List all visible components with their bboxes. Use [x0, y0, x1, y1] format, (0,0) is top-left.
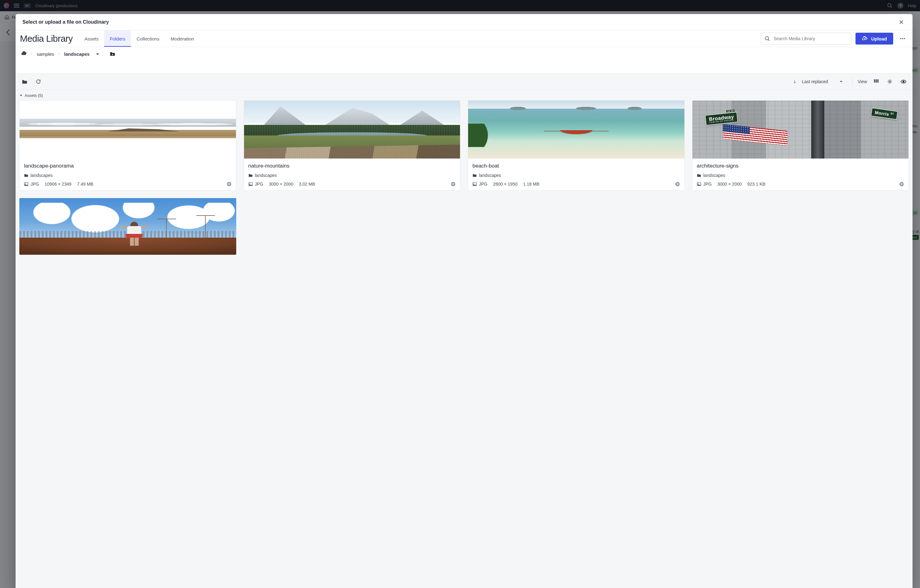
view-controls: View: [852, 77, 908, 86]
tab-collections[interactable]: Collections: [131, 31, 165, 47]
tab-moderation[interactable]: Moderation: [165, 31, 200, 47]
close-icon: [899, 19, 904, 25]
globe-icon: [675, 182, 680, 187]
modal-title: Select or upload a file on Cloudinary: [23, 19, 109, 25]
svg-point-27: [698, 183, 698, 184]
more-menu-button[interactable]: [897, 33, 908, 44]
eye-icon: [901, 79, 907, 84]
asset-meta: JPG 10906 × 2349 7.49 MB: [24, 182, 232, 187]
asset-thumbnail: [468, 100, 684, 158]
sort-control[interactable]: Last replaced: [792, 78, 845, 85]
folder-icon: [697, 173, 701, 177]
asset-meta: JPG 3000 × 2000 923.1 KB: [697, 182, 904, 187]
view-label: View: [858, 79, 867, 84]
image-icon: [24, 182, 28, 186]
globe-icon: [899, 182, 904, 187]
image-icon: [473, 182, 477, 186]
assets-section-header[interactable]: Assets (5): [18, 90, 910, 100]
new-folder-button[interactable]: [110, 52, 115, 57]
asset-name: architecture-signs: [697, 163, 904, 169]
asset-name: nature-mountains: [248, 163, 456, 169]
svg-point-6: [904, 38, 905, 39]
asset-thumbnail: [19, 198, 236, 255]
asset-card-beach-boat[interactable]: beach-boat landscapes JPG 2600 × 1950 1.…: [468, 100, 685, 191]
asset-name: beach-boat: [473, 163, 680, 169]
asset-thumbnail: [244, 100, 460, 158]
svg-point-18: [25, 183, 26, 184]
grid-icon: [873, 79, 879, 84]
caret-down-icon: [19, 94, 23, 97]
svg-line-3: [768, 40, 769, 41]
grid-view-button[interactable]: [871, 77, 881, 86]
svg-rect-9: [874, 79, 875, 81]
close-button[interactable]: [897, 18, 905, 26]
library-title: Media Library: [20, 34, 73, 44]
svg-rect-13: [876, 81, 877, 82]
refresh-icon: [36, 79, 41, 84]
svg-rect-10: [876, 79, 877, 81]
asset-folder: landscapes: [24, 173, 232, 178]
asset-meta: JPG 2600 × 1950 1.18 MB: [473, 182, 680, 187]
svg-rect-8: [112, 55, 113, 55]
preview-toggle-button[interactable]: [899, 77, 908, 86]
asset-folder: landscapes: [697, 173, 904, 178]
svg-rect-12: [874, 81, 875, 82]
cloudinary-picker-modal: Select or upload a file on Cloudinary Me…: [16, 14, 912, 588]
library-tabs: Assets Folders Collections Moderation: [79, 31, 199, 47]
breadcrumb-item-current[interactable]: landscapes: [64, 52, 90, 57]
cloud-upload-icon: [862, 36, 868, 41]
svg-point-15: [889, 81, 891, 82]
search-icon: [764, 36, 770, 42]
folder-icon: [473, 173, 477, 177]
sort-direction-icon: [792, 79, 797, 84]
asset-thumbnail: 10-30BroadwayCANYON OF HEROESMorris ST: [693, 100, 909, 158]
assets-grid: landscape-panorama landscapes JPG 10906 …: [18, 100, 910, 255]
modal-header: Select or upload a file on Cloudinary: [16, 14, 912, 31]
svg-point-24: [474, 183, 475, 184]
asset-folder: landscapes: [473, 173, 680, 178]
asset-card-nature-mountains[interactable]: nature-mountains landscapes JPG 3000 × 2…: [244, 100, 461, 191]
settings-button[interactable]: [885, 77, 894, 86]
folder-icon: [24, 173, 28, 177]
asset-thumbnail: [19, 100, 236, 158]
library-header: Media Library Assets Folders Collections…: [16, 31, 912, 47]
globe-icon: [451, 182, 456, 187]
svg-point-2: [765, 36, 769, 40]
image-icon: [248, 182, 253, 186]
svg-point-21: [249, 183, 250, 184]
asset-meta: JPG 3000 × 2000 3.02 MB: [248, 182, 456, 187]
upload-button[interactable]: Upload: [855, 33, 893, 45]
folder-icon: [22, 79, 28, 84]
breadcrumb-home-icon[interactable]: [21, 52, 27, 56]
refresh-button[interactable]: [34, 77, 43, 86]
breadcrumb-dropdown[interactable]: [94, 52, 101, 57]
breadcrumb-sep: ›: [31, 52, 32, 56]
svg-rect-11: [877, 79, 879, 81]
assets-section-label: Assets (5): [24, 93, 43, 98]
search-input[interactable]: [774, 36, 848, 41]
folder-view-button[interactable]: [20, 77, 29, 86]
search-input-wrapper[interactable]: [761, 33, 852, 45]
svg-point-5: [902, 38, 903, 39]
assets-scroll-area[interactable]: Assets (5) landscape-panorama landscapes…: [16, 90, 912, 588]
asset-name: landscape-panorama: [24, 163, 232, 169]
image-icon: [697, 182, 701, 186]
asset-card-girl-urban-view[interactable]: girl-urban-view landscapes JPG 3000 × 20…: [19, 198, 236, 255]
breadcrumb-item[interactable]: samples: [37, 52, 54, 57]
svg-point-16: [903, 81, 904, 82]
gear-icon: [887, 79, 892, 84]
kebab-icon: [899, 36, 905, 42]
chevron-down-icon: [96, 52, 100, 57]
asset-card-landscape-panorama[interactable]: landscape-panorama landscapes JPG 10906 …: [19, 100, 236, 191]
tab-folders[interactable]: Folders: [104, 31, 131, 47]
upload-label: Upload: [871, 36, 887, 41]
asset-card-architecture-signs[interactable]: 10-30BroadwayCANYON OF HEROESMorris ST a…: [692, 100, 909, 191]
tab-assets[interactable]: Assets: [79, 31, 104, 47]
chevron-down-icon: [839, 80, 843, 84]
sort-label: Last replaced: [802, 79, 828, 84]
breadcrumb: › samples › landscapes: [16, 47, 912, 73]
breadcrumb-sep: ›: [58, 52, 60, 56]
svg-point-4: [901, 38, 901, 39]
svg-rect-14: [877, 81, 879, 82]
asset-folder: landscapes: [248, 173, 456, 178]
